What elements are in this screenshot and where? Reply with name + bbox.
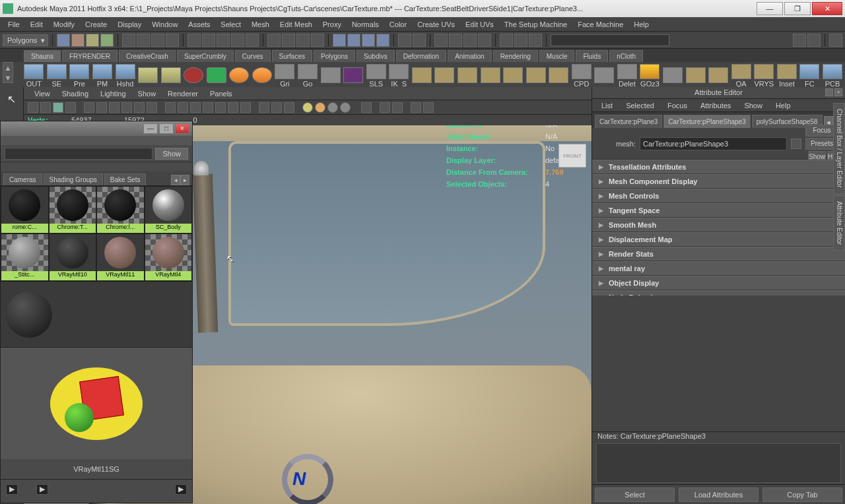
panel-tool-button[interactable]	[327, 102, 338, 113]
minimize-icon[interactable]: —	[143, 123, 158, 134]
shelf-button[interactable]	[184, 64, 204, 88]
panel-menu-item[interactable]: View	[29, 88, 55, 99]
maximize-icon[interactable]: □	[159, 123, 174, 134]
panel-tool-button[interactable]	[259, 102, 269, 113]
panel-tool-button[interactable]	[380, 102, 390, 113]
ae-menu-item[interactable]: Selected	[621, 100, 659, 111]
shelf-button[interactable]	[594, 64, 615, 88]
play-fwd-icon[interactable]: ▶	[175, 484, 187, 495]
shelf-button[interactable]	[685, 64, 706, 88]
shelf-button[interactable]: Inset	[777, 64, 797, 88]
shelf-tab[interactable]: FRYRENDER	[62, 50, 118, 62]
panel-tool-button[interactable]	[28, 102, 38, 113]
panel-tool-button[interactable]	[284, 102, 294, 113]
shelf-button[interactable]	[343, 64, 364, 88]
shelf-button[interactable]	[503, 64, 524, 88]
material-swatch[interactable]: _Stitc...	[1, 234, 49, 281]
tool-button[interactable]	[463, 34, 477, 47]
shelf-tab[interactable]: Curves	[235, 50, 271, 62]
tab-prev-icon[interactable]: ◂	[171, 175, 180, 185]
notes-textarea[interactable]	[596, 443, 841, 483]
tool-button[interactable]	[829, 34, 842, 47]
panel-tool-button[interactable]	[109, 102, 119, 113]
shelf-button[interactable]	[252, 64, 273, 88]
shelf-button[interactable]: Go	[298, 64, 318, 88]
show-button[interactable]: Show	[155, 148, 188, 160]
ae-section-header[interactable]: ▶Tangent Space	[592, 203, 845, 218]
tool-button[interactable]	[807, 34, 821, 47]
ae-menu-item[interactable]: List	[596, 100, 618, 111]
command-input[interactable]	[551, 34, 669, 46]
ae-footer-button[interactable]: Copy Tab	[762, 488, 842, 502]
close-icon[interactable]: ×	[175, 123, 189, 134]
material-swatch[interactable]: Chrome:l...	[96, 186, 145, 234]
panel-tool-button[interactable]	[53, 102, 63, 113]
panel-tool-button[interactable]	[84, 102, 94, 113]
ae-section-header[interactable]: ▶Node Behavior	[592, 290, 845, 296]
panel-tool-button[interactable]	[134, 102, 145, 113]
panel-tool-button[interactable]	[121, 102, 132, 113]
menu-item[interactable]: Modify	[48, 18, 80, 30]
shelf-button[interactable]: FC	[799, 64, 820, 88]
shelf-button[interactable]	[525, 64, 546, 88]
shelf-button[interactable]: SLS	[366, 64, 386, 88]
shelf-tab[interactable]: Fluids	[576, 50, 608, 62]
tool-button[interactable]	[449, 34, 462, 47]
menu-item[interactable]: Proxy	[318, 18, 347, 30]
shelf-button[interactable]: Pre	[69, 64, 90, 88]
menu-item[interactable]: Create	[80, 18, 112, 30]
shelf-button[interactable]	[207, 64, 227, 88]
select-tool-icon[interactable]: ↖	[3, 91, 21, 107]
tool-button[interactable]	[376, 34, 389, 47]
material-swatch[interactable]: rome:C...	[1, 186, 49, 234]
shelf-button[interactable]	[480, 64, 500, 88]
material-swatch[interactable]: VRayMtl11	[96, 234, 145, 281]
ae-section-header[interactable]: ▶Displacement Map	[592, 232, 845, 247]
tool-button[interactable]	[529, 34, 542, 47]
panel-menu-item[interactable]: Renderer	[162, 88, 203, 99]
menu-item[interactable]: Face Machine	[572, 18, 628, 30]
tool-button[interactable]	[500, 34, 513, 47]
shelf-button[interactable]	[412, 64, 432, 88]
shelf-button[interactable]	[549, 64, 569, 88]
shelf-button[interactable]: GOz3	[640, 64, 660, 88]
menu-item[interactable]: Assets	[183, 18, 215, 30]
tool-button[interactable]	[137, 34, 150, 47]
menu-item[interactable]: Mesh	[246, 18, 275, 30]
shelf-nav-arrows[interactable]: ▲▼	[3, 62, 13, 83]
lock-icon[interactable]	[791, 139, 801, 149]
ae-section-header[interactable]: ▶Mesh Component Display	[592, 174, 845, 189]
tool-button[interactable]	[202, 34, 215, 47]
shelf-tab[interactable]: Rendering	[493, 50, 538, 62]
panel-tool-button[interactable]	[271, 102, 282, 113]
panel-tool-button[interactable]	[147, 102, 157, 113]
menu-item[interactable]: Select	[215, 18, 246, 30]
shelf-button[interactable]: Delet	[617, 64, 638, 88]
menu-item[interactable]: Help	[628, 18, 654, 30]
material-swatch[interactable]: VRayMtl4	[145, 234, 193, 281]
tool-button[interactable]	[86, 34, 99, 47]
tool-button[interactable]	[246, 34, 259, 47]
panel-tool-button[interactable]	[392, 102, 403, 113]
ae-section-header[interactable]: ▶Tessellation Attributes	[592, 160, 845, 174]
tab-next-icon[interactable]: ▸	[180, 175, 189, 185]
shelf-button[interactable]: Hshd	[115, 64, 135, 88]
tool-button[interactable]	[267, 34, 281, 47]
channel-box-tab[interactable]: Channel Box / Layer Editor	[833, 103, 845, 194]
tool-button[interactable]	[217, 34, 230, 47]
panel-tool-button[interactable]	[411, 102, 421, 113]
ae-node-tab[interactable]: CarTexture:pPlane3	[595, 115, 662, 128]
panel-tool-button[interactable]	[361, 102, 372, 113]
ae-section-header[interactable]: ▶Mesh Controls	[592, 189, 845, 203]
shelf-button[interactable]: IK_S	[389, 64, 409, 88]
panel-tool-button[interactable]	[40, 102, 51, 113]
menu-item[interactable]: Edit UVs	[460, 18, 499, 30]
menu-item[interactable]: Edit Mesh	[275, 18, 318, 30]
tool-button[interactable]	[296, 34, 310, 47]
menu-item[interactable]: The Setup Machine	[499, 18, 572, 30]
shelf-tab[interactable]: Surfaces	[272, 50, 312, 62]
ae-node-tab[interactable]: CarTexture:pPlaneShape3	[663, 115, 750, 128]
tool-button[interactable]	[166, 34, 179, 47]
ae-section-header[interactable]: ▶Object Display	[592, 276, 845, 290]
ae-menu-item[interactable]: Show	[739, 100, 768, 111]
